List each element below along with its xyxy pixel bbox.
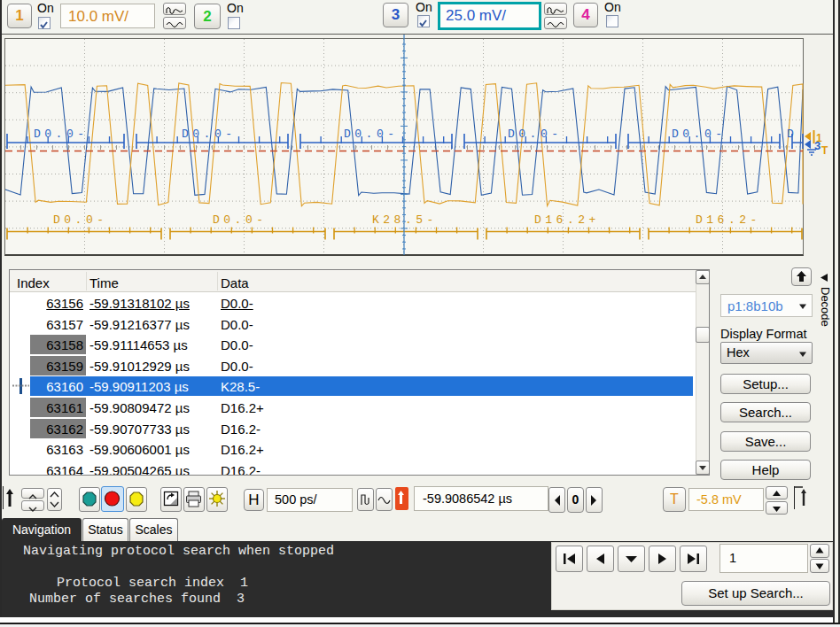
svg-text:T: T [821,144,828,157]
